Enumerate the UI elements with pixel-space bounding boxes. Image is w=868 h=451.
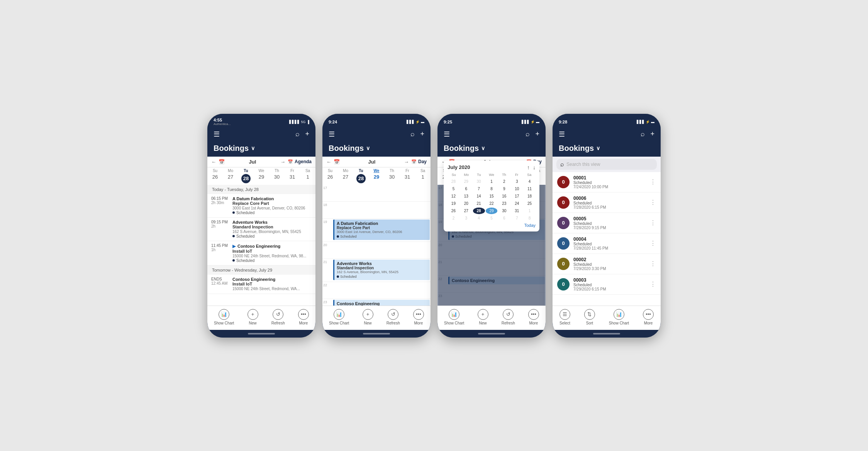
wd-28-2[interactable]: 28 [353,174,369,183]
more-btn-00002[interactable]: ⋮ [650,260,656,267]
menu-icon-2[interactable]: ☰ [329,130,335,139]
more-btn-00004[interactable]: ⋮ [650,240,656,247]
slot-20-3: 20 [437,242,546,259]
wd-26-2[interactable]: 26 [322,174,338,183]
wd-31-1[interactable]: 31 [285,174,300,183]
search-icon-3[interactable]: ⌕ [526,130,530,138]
nav-view-2[interactable]: 📅 Day [411,159,427,164]
agenda-item-1[interactable]: 06:15 PM 2h 30m A Datum Fabrication Repl… [207,194,315,218]
wd-1-2[interactable]: 1 [415,174,431,183]
content-area-1: Today - Tuesday, July 28 06:15 PM 2h 30m… [207,185,315,306]
status-subtitle-1: Authentica... [214,122,231,126]
avatar-00001: 0 [557,176,570,188]
wd-27-1[interactable]: 27 [223,174,238,183]
toolbar-show-chart-4[interactable]: 📊 Show Chart [609,309,629,325]
cal-icon-1[interactable]: 📅 [219,159,225,165]
toolbar-more-1[interactable]: ••• More [298,309,309,325]
event-card-aw-2[interactable]: Adventure Works Standard Inspection 162 … [333,260,430,280]
status-time-3: 9:25 [444,120,452,124]
list-item-00005[interactable]: 0 00005 Scheduled 7/28/2020 9:15 PM ⋮ [553,213,661,233]
toolbar-refresh-2[interactable]: ↺ Refresh [387,309,400,325]
wd-28-1[interactable]: 28 [238,174,254,183]
wd-30-2[interactable]: 30 [384,174,400,183]
add-icon-3[interactable]: + [535,130,539,138]
prev-month-1[interactable]: ← [211,159,216,165]
add-icon-4[interactable]: + [650,130,654,138]
more-btn-00005[interactable]: ⋮ [650,219,656,226]
section-header-tomorrow-1: Tomorrow - Wednesday, July 29 [207,265,315,275]
wd-27-2[interactable]: 27 [338,174,353,183]
toolbar-new-1[interactable]: + New [248,309,258,325]
list-item-00004[interactable]: 0 00004 Scheduled 7/28/2020 11:45 PM ⋮ [553,233,661,254]
home-indicator-2 [322,330,431,338]
wd-1-1[interactable]: 1 [300,174,315,183]
wh-tu-2: Tu [353,167,369,174]
section-header-today-1: Today - Tuesday, July 28 [207,185,315,194]
add-icon-2[interactable]: + [420,130,424,138]
event-card-contoso-3[interactable]: Contoso Engineering [448,277,545,284]
agenda-item-3[interactable]: 11:45 PM 1h ▶ Contoso Engineering Instal… [207,241,315,265]
slot-23-3: 23 [437,293,546,306]
search-input-container-4[interactable]: ⌕ Search this view [556,159,657,170]
wd-26-1[interactable]: 26 [207,174,223,183]
toolbar-show-chart-1[interactable]: 📊 Show Chart [214,309,234,325]
toolbar-4: ☰ Select ⇅ Sort 📊 Show Chart ••• More [553,306,661,330]
more-btn-00003[interactable]: ⋮ [650,280,656,288]
cal-down-3[interactable]: ↓ [533,164,536,171]
item-details-00003: 00003 Scheduled 7/29/2020 6:15 PM [573,277,650,291]
toolbar-refresh-3[interactable]: ↺ Refresh [502,309,515,325]
toolbar-new-2[interactable]: + New [363,309,373,325]
toolbar-show-chart-2[interactable]: 📊 Show Chart [329,309,349,325]
wd-31-2[interactable]: 31 [400,174,415,183]
title-chevron-2: ∨ [366,145,370,151]
status-icons-4: ▋▋▋ ⚡ ▬ [637,120,654,124]
toolbar-more-4[interactable]: ••• More [643,309,654,325]
cal-days-3: 28 29 30 1 2 3 4 5 6 7 8 9 10 11 12 13 1… [448,178,536,221]
list-item-00006[interactable]: 0 00006 Scheduled 7/28/2020 6:15 PM ⋮ [553,193,661,213]
search-icon-2[interactable]: ⌕ [410,130,415,138]
toolbar-sort-4[interactable]: ⇅ Sort [584,309,595,325]
wd-29-2[interactable]: 29 [369,174,384,183]
more-btn-00001[interactable]: ⋮ [650,178,656,186]
wd-29-1[interactable]: 29 [254,174,269,183]
wd-30-1[interactable]: 30 [269,174,285,183]
next-month-2[interactable]: → [404,159,409,165]
event-card-contoso-2[interactable]: Contoso Engineering [333,300,430,306]
prev-month-2[interactable]: ← [326,159,331,165]
cal-icon-2[interactable]: 📅 [334,159,340,165]
toolbar-new-3[interactable]: + New [478,309,488,325]
title-bar-2: Bookings ∨ [322,142,431,157]
app-title-3[interactable]: Bookings ∨ [444,144,539,153]
toolbar-select-4[interactable]: ☰ Select [559,309,570,325]
wh-we-2: We [369,167,384,174]
agenda-item-2[interactable]: 09:15 PM 2h Adventure Works Standard Ins… [207,218,315,241]
cal-up-3[interactable]: ↑ [527,164,530,171]
toolbar-refresh-1[interactable]: ↺ Refresh [271,309,285,325]
search-icon-4[interactable]: ⌕ [641,130,645,138]
event-card-datum-2[interactable]: A Datum Fabrication Replace Core Part 30… [333,220,430,240]
header-right-2: ⌕ + [410,130,424,138]
next-month-1[interactable]: → [280,159,285,165]
toolbar-more-2[interactable]: ••• More [413,309,424,325]
menu-icon-1[interactable]: ☰ [214,130,220,139]
cal-month-title-3: July 2020 [448,164,470,170]
list-item-00002[interactable]: 0 00002 Scheduled 7/29/2020 3:30 PM ⋮ [553,254,661,274]
more-btn-00006[interactable]: ⋮ [650,199,656,206]
menu-icon-4[interactable]: ☰ [559,130,565,139]
agenda-item-4[interactable]: ENDS 12:45 AM Contoso Engineering Instal… [207,275,315,294]
list-item-00001[interactable]: 0 00001 Scheduled 7/24/2020 10:00 PM ⋮ [553,172,661,193]
phone-3: 9:25 ▋▋▋ ⚡ ▬ ☰ ⌕ + Bookings ∨ ← 📅 Jul → [437,114,546,338]
cal-selected-29[interactable]: 29 [486,208,498,214]
app-title-4[interactable]: Bookings ∨ [559,144,654,153]
nav-view-1[interactable]: 📅 Agenda [288,159,312,164]
search-icon-1[interactable]: ⌕ [295,130,300,138]
list-item-00003[interactable]: 0 00003 Scheduled 7/29/2020 6:15 PM ⋮ [553,274,661,295]
app-title-2[interactable]: Bookings ∨ [329,144,424,153]
toolbar-show-chart-3[interactable]: 📊 Show Chart [444,309,464,325]
menu-icon-3[interactable]: ☰ [444,130,450,139]
cal-today-28[interactable]: 28 [473,208,485,214]
app-title-1[interactable]: Bookings ∨ [214,144,309,153]
toolbar-more-3[interactable]: ••• More [528,309,539,325]
add-icon-1[interactable]: + [305,130,309,138]
cal-today-btn-3[interactable]: Today [448,223,536,228]
